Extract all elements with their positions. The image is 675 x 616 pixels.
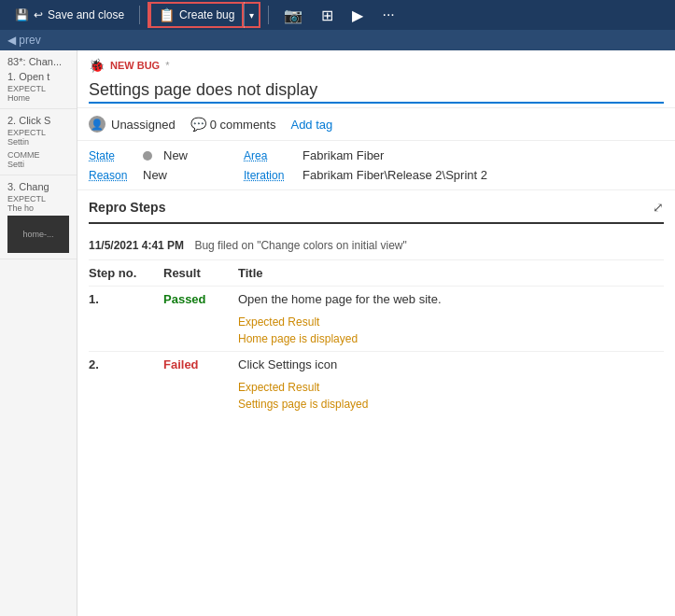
state-label[interactable]: State bbox=[89, 149, 135, 162]
toolbar: 💾 ↩ Save and close 📋 Create bug ▾ 📷 ⊞ ▶ … bbox=[0, 0, 675, 30]
sidebar-home-1: Home bbox=[7, 93, 69, 103]
undo-icon: ↩ bbox=[34, 8, 43, 21]
state-value: New bbox=[163, 148, 188, 162]
video-button[interactable]: ▶ bbox=[345, 2, 371, 28]
iteration-field-row: Iteration Fabrikam Fiber\Release 2\Sprin… bbox=[244, 168, 487, 182]
bug-new-label: 🐞 NEW BUG * bbox=[89, 58, 664, 73]
state-dot bbox=[143, 151, 152, 161]
expected-value-2: Settings page is displayed bbox=[238, 398, 664, 411]
bug-toolbar-icon: 📋 bbox=[159, 7, 175, 22]
step-title-2: Click Settings icon bbox=[238, 357, 664, 371]
toolbar-divider-2 bbox=[268, 6, 269, 24]
add-tag-button[interactable]: Add tag bbox=[290, 118, 332, 132]
comments-count: 0 comments bbox=[210, 118, 276, 132]
expected-value-1: Home page is displayed bbox=[238, 332, 664, 345]
sidebar-ho-3: The ho bbox=[7, 203, 69, 213]
col-title-header: Title bbox=[238, 266, 664, 280]
repro-col-headers: Step no. Result Title bbox=[89, 260, 664, 286]
state-field-row: State New bbox=[89, 148, 188, 162]
area-field-row: Area Fabrikam Fiber bbox=[244, 148, 487, 162]
repro-title: Repro Steps bbox=[89, 200, 165, 215]
sidebar-setti-2: Setti bbox=[7, 160, 69, 169]
more-icon: ··· bbox=[382, 7, 394, 23]
result-2: Failed bbox=[163, 357, 238, 371]
iteration-value: Fabrikam Fiber\Release 2\Sprint 2 bbox=[302, 168, 487, 182]
repro-filed-row: 11/5/2021 4:41 PM Bug filed on "Change c… bbox=[89, 231, 664, 260]
create-bug-group: 📋 Create bug ▾ bbox=[148, 2, 260, 28]
filed-date: 11/5/2021 4:41 PM bbox=[89, 239, 184, 252]
camera-button[interactable]: 📷 bbox=[276, 2, 310, 28]
repro-section: Repro Steps ⤢ 11/5/2021 4:41 PM Bug file… bbox=[77, 190, 675, 616]
step-details-1: Open the home page for the web site. Exp… bbox=[238, 292, 664, 345]
bug-title-input[interactable] bbox=[89, 78, 664, 104]
sidebar-item-3[interactable]: 3. Chang EXPECTL The ho home-... bbox=[0, 175, 77, 259]
content-area: 🐞 NEW BUG * 👤 Unassigned 💬 0 comments Ad… bbox=[77, 50, 675, 616]
sidebar-expected-3: EXPECTL bbox=[7, 194, 69, 203]
table-row: 2. Failed Click Settings icon Expected R… bbox=[89, 351, 664, 416]
fields-left: State New Reason New bbox=[89, 148, 188, 182]
expected-label-1: Expected Result bbox=[238, 315, 664, 329]
assigned-label: Unassigned bbox=[111, 118, 176, 132]
main-area: 83*: Chan... 1. Open t EXPECTL Home 2. C… bbox=[0, 50, 675, 616]
create-bug-dropdown[interactable]: ▾ bbox=[244, 2, 259, 28]
meta-row: 👤 Unassigned 💬 0 comments Add tag bbox=[77, 108, 675, 141]
sidebar-item-2[interactable]: 2. Click S EXPECTL Settin COMME Setti bbox=[0, 109, 77, 175]
comment-icon: 💬 bbox=[190, 117, 206, 132]
sidebar-step-3: 3. Chang bbox=[7, 181, 69, 192]
sidebar-step-1: 1. Open t bbox=[7, 71, 69, 82]
sidebar-comment-2: COMME bbox=[7, 150, 69, 160]
result-1: Passed bbox=[163, 292, 238, 306]
camera-icon: 📷 bbox=[284, 7, 302, 24]
sidebar-item-num-1: 83*: Chan... bbox=[7, 56, 69, 67]
sidebar-expected-1: EXPECTL bbox=[7, 84, 69, 93]
repro-header: Repro Steps ⤢ bbox=[89, 190, 664, 224]
screen-icon: ⊞ bbox=[321, 7, 333, 24]
video-icon: ▶ bbox=[352, 7, 363, 24]
assigned-button[interactable]: 👤 Unassigned bbox=[89, 116, 176, 133]
iteration-label[interactable]: Iteration bbox=[244, 169, 295, 182]
sidebar-settin-2: Settin bbox=[7, 137, 69, 147]
sidebar-thumb-3: home-... bbox=[7, 216, 69, 253]
dropdown-chevron-icon: ▾ bbox=[249, 10, 254, 21]
comments-button[interactable]: 💬 0 comments bbox=[190, 117, 276, 132]
sidebar-item-1[interactable]: 83*: Chan... 1. Open t EXPECTL Home bbox=[0, 50, 77, 109]
bug-header: 🐞 NEW BUG * bbox=[77, 50, 675, 108]
save-close-button[interactable]: 💾 ↩ Save and close bbox=[7, 2, 132, 28]
area-value: Fabrikam Fiber bbox=[302, 148, 384, 162]
save-icon: 💾 bbox=[15, 8, 29, 21]
toolbar-divider bbox=[139, 6, 140, 24]
expand-icon[interactable]: ⤢ bbox=[653, 200, 664, 215]
fields-area: State New Reason New Area Fabrikam Fiber… bbox=[77, 141, 675, 190]
nav-bar: ◀ prev bbox=[0, 30, 675, 50]
bug-icon: 🐞 bbox=[89, 58, 105, 73]
screen-button[interactable]: ⊞ bbox=[314, 2, 341, 28]
expected-label-2: Expected Result bbox=[238, 381, 664, 394]
col-step-header: Step no. bbox=[89, 266, 163, 280]
bug-asterisk: * bbox=[165, 60, 169, 71]
reason-label[interactable]: Reason bbox=[89, 169, 135, 182]
fields-right: Area Fabrikam Fiber Iteration Fabrikam F… bbox=[244, 148, 487, 182]
prev-nav[interactable]: ◀ prev bbox=[7, 34, 41, 47]
new-bug-text: NEW BUG bbox=[110, 60, 160, 71]
table-row: 1. Passed Open the home page for the web… bbox=[89, 286, 664, 351]
step-num-1: 1. bbox=[89, 292, 163, 306]
step-num-2: 2. bbox=[89, 357, 163, 371]
filed-text: Bug filed on "Change colors on initial v… bbox=[194, 239, 406, 252]
step-details-2: Click Settings icon Expected Result Sett… bbox=[238, 357, 664, 411]
sidebar-step-2: 2. Click S bbox=[7, 115, 69, 126]
sidebar-expected-2: EXPECTL bbox=[7, 128, 69, 137]
sidebar: 83*: Chan... 1. Open t EXPECTL Home 2. C… bbox=[0, 50, 77, 616]
more-button[interactable]: ··· bbox=[374, 2, 401, 28]
reason-value: New bbox=[143, 168, 167, 182]
area-label[interactable]: Area bbox=[244, 149, 295, 162]
create-bug-button[interactable]: 📋 Create bug bbox=[149, 2, 244, 28]
repro-table: 11/5/2021 4:41 PM Bug filed on "Change c… bbox=[89, 231, 664, 416]
person-icon: 👤 bbox=[91, 119, 104, 131]
col-result-header: Result bbox=[163, 266, 238, 280]
reason-field-row: Reason New bbox=[89, 168, 188, 182]
assigned-avatar: 👤 bbox=[89, 116, 105, 133]
step-title-1: Open the home page for the web site. bbox=[238, 292, 664, 306]
